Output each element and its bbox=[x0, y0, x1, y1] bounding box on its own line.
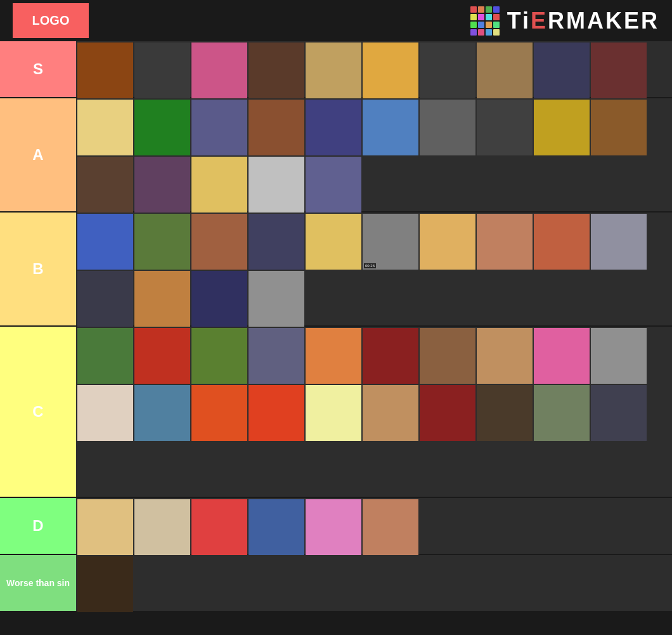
tier-row-c: C bbox=[0, 327, 672, 498]
grid-cell bbox=[470, 22, 477, 28]
grid-cell bbox=[470, 6, 477, 13]
tier-item[interactable] bbox=[420, 43, 475, 98]
tier-item[interactable] bbox=[134, 43, 190, 98]
tier-item[interactable] bbox=[591, 43, 647, 98]
tier-item[interactable] bbox=[77, 328, 133, 384]
tier-item[interactable] bbox=[249, 43, 304, 98]
tier-item[interactable] bbox=[191, 385, 247, 441]
tier-item[interactable] bbox=[191, 43, 247, 98]
tier-item[interactable] bbox=[306, 100, 361, 155]
tier-items-a bbox=[76, 98, 672, 211]
tier-item[interactable] bbox=[249, 328, 304, 384]
tier-label-d: D bbox=[0, 498, 76, 554]
tier-item[interactable] bbox=[477, 385, 533, 441]
tier-item[interactable]: 00:26 bbox=[363, 214, 418, 270]
tier-item[interactable] bbox=[420, 385, 475, 441]
tier-item[interactable] bbox=[77, 157, 133, 213]
tier-items-d bbox=[76, 498, 672, 554]
tier-row-b: B 00:26 bbox=[0, 213, 672, 327]
tier-item[interactable] bbox=[477, 214, 533, 270]
grid-cell bbox=[486, 14, 492, 20]
tier-row-wts: Worse than sin bbox=[0, 555, 672, 612]
tier-item[interactable] bbox=[420, 100, 475, 155]
tier-item[interactable] bbox=[363, 100, 418, 155]
brand-grid-icon bbox=[470, 6, 500, 36]
tier-item[interactable] bbox=[534, 100, 590, 155]
tier-item[interactable] bbox=[134, 100, 190, 155]
tier-items-c bbox=[76, 327, 672, 497]
tier-item[interactable] bbox=[534, 214, 590, 270]
grid-cell bbox=[486, 29, 492, 36]
tier-item[interactable] bbox=[534, 328, 590, 384]
tier-item[interactable] bbox=[306, 385, 361, 441]
tier-label-a: A bbox=[0, 98, 76, 211]
tier-item[interactable] bbox=[477, 43, 533, 98]
grid-cell bbox=[486, 6, 492, 13]
tier-item[interactable] bbox=[420, 328, 475, 384]
tier-item[interactable] bbox=[249, 214, 304, 270]
tier-item[interactable] bbox=[134, 328, 190, 384]
grid-cell bbox=[470, 29, 477, 36]
tier-item[interactable] bbox=[77, 214, 133, 270]
tier-item[interactable] bbox=[363, 43, 418, 98]
tier-item[interactable] bbox=[477, 328, 533, 384]
grid-cell bbox=[486, 22, 492, 28]
tier-item[interactable] bbox=[191, 214, 247, 270]
tier-item[interactable] bbox=[591, 328, 647, 384]
tier-items-wts bbox=[76, 555, 672, 611]
tier-item[interactable] bbox=[591, 214, 647, 270]
tier-item[interactable] bbox=[306, 157, 361, 213]
tier-item[interactable] bbox=[591, 100, 647, 155]
tier-item[interactable] bbox=[420, 214, 475, 270]
tier-item[interactable] bbox=[77, 385, 133, 441]
tier-item[interactable] bbox=[591, 385, 647, 441]
tier-item[interactable] bbox=[77, 556, 133, 612]
tier-label-wts: Worse than sin bbox=[0, 555, 76, 611]
tier-item[interactable] bbox=[306, 214, 361, 270]
grid-cell bbox=[493, 22, 500, 28]
tier-item[interactable] bbox=[249, 100, 304, 155]
tier-item[interactable] bbox=[77, 43, 133, 98]
tiers-wrapper: S A bbox=[0, 41, 672, 635]
tier-item[interactable] bbox=[191, 157, 247, 213]
logo-text: LOGO bbox=[32, 13, 70, 28]
brand-text: TiERMAKER bbox=[507, 8, 659, 34]
tier-item[interactable] bbox=[134, 499, 190, 555]
tier-row-d: D bbox=[0, 498, 672, 555]
tier-item[interactable] bbox=[306, 499, 361, 555]
tier-item[interactable] bbox=[77, 100, 133, 155]
tier-item[interactable] bbox=[249, 157, 304, 213]
tier-item[interactable] bbox=[77, 499, 133, 555]
tier-maker-app: LOGO TiE bbox=[0, 0, 672, 635]
tier-item[interactable] bbox=[249, 385, 304, 441]
tier-item[interactable] bbox=[191, 328, 247, 384]
tier-item[interactable] bbox=[249, 271, 304, 327]
tier-item[interactable] bbox=[534, 385, 590, 441]
tier-item[interactable] bbox=[534, 43, 590, 98]
video-overlay: 00:26 bbox=[364, 263, 376, 268]
grid-cell bbox=[470, 14, 477, 20]
tier-item[interactable] bbox=[77, 271, 133, 327]
tier-row-s: S bbox=[0, 41, 672, 98]
grid-cell bbox=[478, 29, 484, 36]
tier-item[interactable] bbox=[134, 214, 190, 270]
tier-item[interactable] bbox=[134, 385, 190, 441]
grid-cell bbox=[478, 6, 484, 13]
tier-item[interactable] bbox=[363, 499, 418, 555]
tier-item[interactable] bbox=[191, 271, 247, 327]
tier-items-b: 00:26 bbox=[76, 213, 672, 325]
tier-row-a: A bbox=[0, 98, 672, 213]
grid-cell bbox=[493, 29, 500, 36]
grid-cell bbox=[478, 14, 484, 20]
tier-items-s bbox=[76, 41, 672, 97]
tier-item[interactable] bbox=[191, 100, 247, 155]
tier-item[interactable] bbox=[363, 328, 418, 384]
tier-item[interactable] bbox=[363, 385, 418, 441]
tier-item[interactable] bbox=[134, 271, 190, 327]
tier-item[interactable] bbox=[306, 328, 361, 384]
tier-item[interactable] bbox=[249, 499, 304, 555]
tier-item[interactable] bbox=[477, 100, 533, 155]
tier-item[interactable] bbox=[191, 499, 247, 555]
tier-item[interactable] bbox=[134, 157, 190, 213]
tier-item[interactable] bbox=[306, 43, 361, 98]
